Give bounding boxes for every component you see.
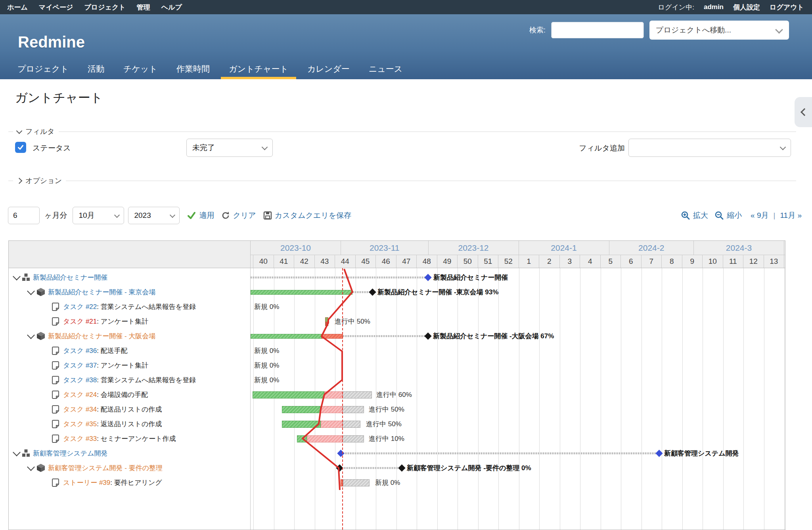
search-input[interactable]	[551, 22, 644, 38]
expand-chevron-icon[interactable]	[27, 331, 35, 339]
tree-item-link[interactable]: タスク #34	[63, 406, 97, 413]
gantt-bar-todo[interactable]	[343, 479, 370, 486]
tree-item-link[interactable]: タスク #21	[63, 318, 97, 325]
top-menu-item-0[interactable]: ホーム	[7, 3, 28, 12]
tree-row-text: 新製品紹介セミナー開催 - 大阪会場	[48, 332, 155, 341]
tree-row-text: タスク #21: アンケート集計	[63, 317, 148, 326]
month-select[interactable]: 10月	[73, 207, 124, 224]
expand-chevron-icon[interactable]	[13, 273, 21, 280]
gantt-bar-green[interactable]	[253, 391, 324, 398]
milestone-diamond-blue[interactable]	[337, 450, 344, 457]
apply-button[interactable]: 適用	[187, 210, 214, 221]
tab-2[interactable]: チケット	[114, 58, 167, 79]
milestone-diamond-black[interactable]	[424, 332, 431, 339]
zoom-out-button[interactable]: 縮小	[714, 210, 742, 221]
add-filter-select[interactable]	[628, 139, 791, 157]
status-filter-label: ステータス	[33, 143, 71, 153]
tab-3[interactable]: 作業時間	[167, 58, 219, 79]
tree-item-link[interactable]: タスク #38	[63, 376, 97, 384]
expand-chevron-icon[interactable]	[27, 463, 35, 471]
gantt-bar-pline[interactable]	[251, 276, 429, 278]
gantt-bar-green[interactable]	[282, 421, 321, 428]
tree-item-link[interactable]: 新顧客管理システム開発 - 要件の整理	[48, 464, 163, 472]
week-header-cell: 4	[580, 255, 601, 268]
gantt-bar-mini[interactable]	[325, 317, 328, 326]
gantt-bar-late[interactable]	[324, 391, 343, 398]
gantt-bar-green[interactable]	[282, 406, 320, 413]
tree-item-link[interactable]: タスク #24	[63, 391, 97, 398]
tree-item-link[interactable]: タスク #33	[63, 435, 97, 442]
week-header-cell: 10	[703, 255, 723, 268]
tree-item-link[interactable]: 新製品紹介セミナー開催 - 大阪会場	[48, 332, 155, 340]
tree-item-link[interactable]: タスク #37	[63, 362, 97, 369]
week-header-cell: 50	[458, 255, 478, 268]
months-count-label: ヶ月分	[44, 210, 67, 221]
prev-month-link[interactable]: « 9月	[751, 210, 768, 221]
milestone-diamond-blue[interactable]	[655, 450, 663, 457]
chevron-down-icon	[16, 128, 23, 134]
month-header-cell: 2023-10	[251, 241, 341, 255]
logout-link[interactable]: ログアウト	[770, 3, 804, 12]
check-icon	[17, 144, 24, 151]
gantt-bar-green[interactable]	[251, 290, 352, 295]
top-menu-item-3[interactable]: 管理	[137, 3, 150, 12]
tree-item-link[interactable]: 新顧客管理システム開発	[33, 450, 108, 457]
gantt-row: 新製品紹介セミナー開催 -東京会場 93%	[251, 285, 785, 299]
project-jump-select[interactable]: プロジェクトへ移動...	[649, 21, 789, 40]
gantt-bar-late2[interactable]	[322, 334, 343, 339]
clear-button[interactable]: クリア	[221, 210, 256, 221]
week-header-cell: 49	[437, 255, 458, 268]
tab-5[interactable]: カレンダー	[298, 58, 359, 79]
year-select[interactable]: 2023	[128, 207, 180, 224]
gantt-bar-todo[interactable]	[343, 406, 364, 413]
month-nav-separator: |	[773, 211, 775, 220]
status-filter-checkbox[interactable]	[15, 142, 26, 153]
task-icon	[51, 302, 60, 311]
gantt-bar-late[interactable]	[320, 406, 343, 413]
tree-item-link[interactable]: タスク #36	[63, 347, 97, 355]
tree-row-text: タスク #35: 返送品リストの作成	[63, 419, 162, 429]
next-month-link[interactable]: 11月 »	[780, 210, 802, 221]
tree-item-link[interactable]: ストーリー #39	[63, 479, 110, 486]
tree-item-link[interactable]: 新製品紹介セミナー開催 - 東京会場	[48, 288, 155, 296]
top-menu-item-2[interactable]: プロジェクト	[84, 3, 125, 12]
gantt-bar-todo[interactable]	[343, 435, 364, 442]
milestone-diamond-black[interactable]	[398, 464, 405, 471]
status-filter-select[interactable]: 未完了	[186, 139, 273, 157]
gantt-bar-pline[interactable]	[341, 452, 659, 454]
gantt-bar-late[interactable]	[321, 421, 343, 428]
week-header-cell: 51	[478, 255, 499, 268]
milestone-diamond-black[interactable]	[369, 288, 376, 296]
expand-chevron-icon[interactable]	[27, 287, 35, 295]
gantt-bar-late[interactable]	[307, 435, 343, 442]
tab-4[interactable]: ガントチャート	[219, 58, 298, 79]
gantt-bar-todo[interactable]	[343, 391, 372, 398]
gantt-bar-green[interactable]	[297, 435, 307, 442]
gantt-bar-todo[interactable]	[343, 421, 360, 428]
milestone-diamond-blue[interactable]	[424, 274, 431, 281]
save-query-button[interactable]: カスタムクエリを保存	[263, 210, 352, 221]
options-legend-toggle[interactable]: オプション	[13, 176, 66, 185]
tree-item-link[interactable]: タスク #22	[63, 303, 97, 311]
months-count-input[interactable]: 6	[8, 207, 40, 224]
task-icon	[51, 346, 60, 355]
tree-row-text: タスク #33: セミナーアンケート作成	[63, 434, 176, 443]
tab-6[interactable]: ニュース	[359, 58, 412, 79]
expand-chevron-icon[interactable]	[13, 448, 21, 456]
my-account-link[interactable]: 個人設定	[733, 3, 760, 12]
app-logo[interactable]: Redmine	[18, 33, 85, 51]
tree-item-link[interactable]: タスク #35	[63, 420, 97, 428]
tree-item-link[interactable]: 新製品紹介セミナー開催	[33, 274, 107, 281]
top-menu-item-4[interactable]: ヘルプ	[161, 3, 182, 12]
top-menu-item-1[interactable]: マイページ	[39, 3, 73, 12]
gantt-bar-pline[interactable]	[343, 335, 427, 337]
tab-0[interactable]: プロジェクト	[8, 58, 78, 79]
zoom-in-button[interactable]: 拡大	[681, 210, 708, 221]
current-user-link[interactable]: admin	[704, 3, 724, 11]
sidebar-collapse-button[interactable]	[795, 97, 812, 127]
filter-legend-toggle[interactable]: フィルタ	[13, 127, 59, 136]
tab-1[interactable]: 活動	[78, 58, 114, 79]
gantt-bar-green[interactable]	[251, 334, 322, 339]
gantt-bar-label: 新規 0%	[375, 475, 400, 490]
gantt-bar-pline[interactable]	[339, 467, 402, 469]
